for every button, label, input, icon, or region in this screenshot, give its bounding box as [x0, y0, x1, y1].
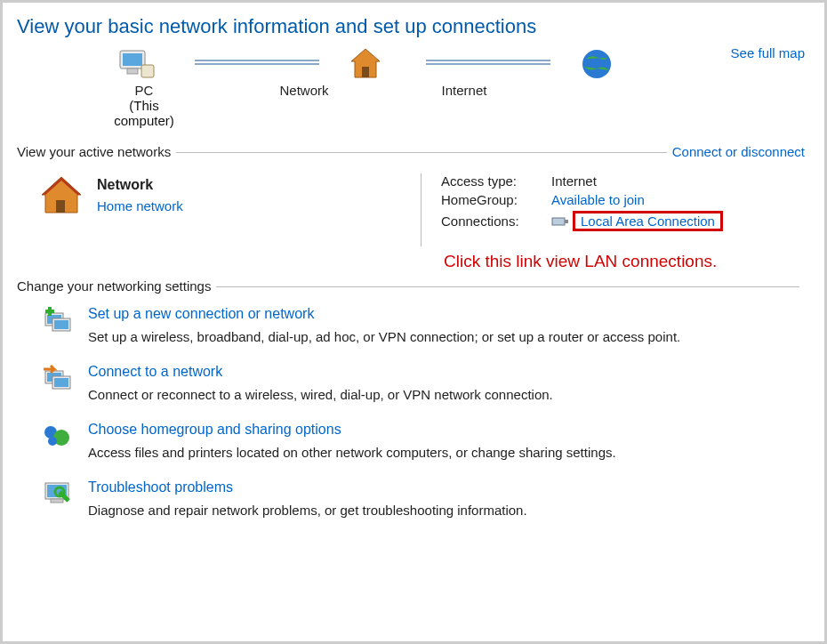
connection-highlight-box: Local Area Connection [573, 211, 723, 231]
see-full-map-link[interactable]: See full map [731, 45, 805, 60]
annotation-text: Click this link view LAN connections. [444, 252, 805, 271]
homegroup-label: HomeGroup: [441, 192, 551, 207]
connect-network-link[interactable]: Connect to a network [88, 364, 553, 380]
pc-icon [115, 45, 168, 83]
connect-disconnect-link[interactable]: Connect or disconnect [672, 144, 805, 159]
svg-point-6 [582, 50, 611, 78]
page-title: View your basic network information and … [17, 15, 805, 38]
connections-label: Connections: [441, 213, 551, 229]
svg-rect-5 [362, 67, 369, 77]
svg-rect-11 [565, 220, 568, 223]
link-segment-icon [426, 60, 550, 65]
map-label-network: Network [264, 83, 344, 128]
access-type-value: Internet [551, 173, 597, 189]
nic-icon [551, 215, 569, 228]
connect-network-icon [42, 364, 74, 392]
link-segment-icon [195, 60, 319, 65]
internet-icon [577, 45, 630, 83]
svg-rect-2 [141, 65, 154, 77]
svg-rect-3 [127, 68, 138, 74]
troubleshoot-desc: Diagnose and repair network problems, or… [88, 503, 527, 518]
map-label-pc: PC (This computer) [104, 83, 184, 128]
svg-rect-19 [54, 378, 68, 387]
homegroup-options-desc: Access files and printers located on oth… [88, 445, 616, 460]
svg-point-22 [48, 437, 57, 446]
svg-rect-8 [56, 200, 65, 213]
house-icon [38, 173, 84, 216]
change-settings-heading: Change your networking settings [17, 278, 211, 294]
homegroup-icon [42, 422, 74, 450]
troubleshoot-icon [42, 479, 74, 508]
troubleshoot-link[interactable]: Troubleshoot problems [88, 479, 527, 495]
homegroup-options-link[interactable]: Choose homegroup and sharing options [88, 422, 616, 438]
access-type-label: Access type: [441, 173, 551, 189]
homegroup-link[interactable]: Available to join [551, 192, 645, 207]
network-name: Network [97, 177, 183, 193]
active-networks-heading: View your active networks [17, 144, 171, 159]
svg-rect-10 [552, 218, 565, 225]
map-label-internet: Internet [424, 83, 504, 128]
svg-rect-25 [51, 499, 63, 503]
setup-connection-link[interactable]: Set up a new connection or network [88, 306, 680, 322]
svg-rect-1 [123, 53, 142, 66]
setup-connection-desc: Set up a wireless, broadband, dial-up, a… [88, 329, 680, 344]
local-area-connection-link[interactable]: Local Area Connection [581, 213, 715, 229]
network-icon [346, 45, 399, 83]
network-type-link[interactable]: Home network [97, 198, 183, 213]
setup-connection-icon [42, 306, 74, 334]
connect-network-desc: Connect or reconnect to a wireless, wire… [88, 387, 553, 402]
svg-rect-15 [54, 320, 68, 329]
